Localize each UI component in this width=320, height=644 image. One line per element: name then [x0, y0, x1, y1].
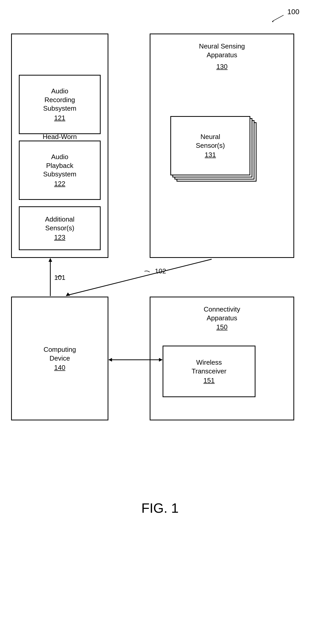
neural-sensing-number: 130	[150, 63, 293, 71]
label-101: 101	[54, 274, 65, 281]
computing-device-title: ComputingDevice	[44, 345, 76, 363]
svg-marker-3	[49, 258, 52, 262]
diagram-container: 100 Head-WornAudio Device 120 AudioRecor…	[0, 0, 320, 567]
box-computing-device: ComputingDevice 140	[11, 297, 108, 420]
computing-device-number: 140	[54, 364, 65, 372]
svg-marker-1	[272, 21, 274, 22]
svg-line-4	[67, 259, 212, 295]
neural-card-front: NeuralSensor(s) 131	[170, 116, 250, 175]
additional-sensor-title: AdditionalSensor(s)	[45, 215, 74, 233]
audio-playback-title: AudioPlaybackSubsystem	[43, 153, 76, 179]
audio-playback-number: 122	[54, 180, 65, 188]
audio-recording-title: AudioRecordingSubsystem	[43, 87, 76, 113]
label-102: 102	[155, 267, 166, 275]
box-audio-recording: AudioRecordingSubsystem 121	[19, 75, 101, 134]
svg-marker-5	[66, 292, 70, 296]
ref-100-arrow	[271, 13, 286, 23]
connectivity-title: ConnectivityApparatus	[150, 305, 293, 323]
fig-label: FIG. 1	[141, 500, 179, 516]
additional-sensor-number: 123	[54, 233, 65, 241]
connectivity-number: 150	[150, 323, 293, 331]
neural-sensor-stack: NeuralSensor(s) 131	[170, 116, 266, 188]
box-additional-sensor: AdditionalSensor(s) 123	[19, 206, 101, 250]
ref-number-100: 100	[287, 8, 299, 16]
neural-sensor-number: 131	[205, 151, 216, 159]
svg-marker-7	[108, 358, 112, 362]
box-audio-playback: AudioPlaybackSubsystem 122	[19, 141, 101, 200]
wireless-transceiver-number: 151	[203, 377, 214, 385]
audio-recording-number: 121	[54, 114, 65, 122]
wireless-transceiver-title: WirelessTransceiver	[192, 358, 227, 376]
svg-line-0	[273, 15, 284, 21]
box-wireless-transceiver: WirelessTransceiver 151	[163, 346, 255, 397]
neural-sensing-title: Neural SensingApparatus	[150, 42, 293, 60]
neural-sensor-title: NeuralSensor(s)	[196, 133, 225, 150]
